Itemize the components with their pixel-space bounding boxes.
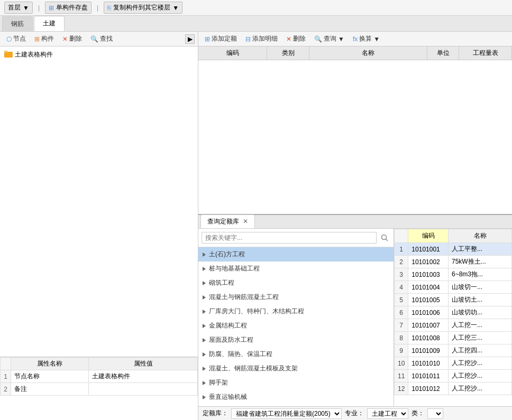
result-row-num: 8 <box>395 332 408 344</box>
category-label: 混凝土、钢筋混凝土模板及支架 <box>209 364 298 373</box>
add-quota-btn[interactable]: ⊞ 添加定额 <box>202 34 240 44</box>
col-name-header: 名称 <box>309 46 427 60</box>
component-btn[interactable]: ⊞ 构件 <box>31 34 57 44</box>
right-delete-icon: ✕ <box>286 35 291 43</box>
component-store-label: 单构件存盘 <box>56 3 88 12</box>
result-row[interactable]: 11 10101011 人工挖沙... <box>395 370 512 382</box>
copy-icon: ⎘ <box>107 4 111 12</box>
category-item[interactable]: 桩与地基基础工程 <box>198 262 394 276</box>
result-row-name: 人工挖沙... <box>449 370 512 382</box>
result-row-num: 5 <box>395 294 408 306</box>
query-tab[interactable]: 查询定额库 ✕ <box>200 214 255 228</box>
expand-icon <box>203 267 206 271</box>
specialty-select[interactable]: 土建工程 <box>367 408 408 419</box>
category-item[interactable]: 屋面及防水工程 <box>198 333 394 347</box>
quota-lib-label: 定额库： <box>203 409 228 418</box>
copy-label: 复制构件到其它楼层 <box>113 3 170 12</box>
category-label: 防腐、隔热、保温工程 <box>209 350 272 359</box>
right-delete-btn[interactable]: ✕ 删除 <box>283 34 309 44</box>
result-row-num: 6 <box>395 306 408 319</box>
copy-component-btn[interactable]: ⎘ 复制构件到其它楼层 ▼ <box>104 2 182 14</box>
main-layout: ⬡ 节点 ⊞ 构件 ✕ 删除 🔍 查找 ▶ <box>0 32 512 420</box>
props-row-name: 节点名称 <box>11 370 89 383</box>
more-tools-btn[interactable]: ▶ <box>185 34 195 44</box>
tab-bar: 钢筋 土建 <box>0 16 512 32</box>
result-row-code: 10101011 <box>408 370 449 382</box>
category-item[interactable]: 防腐、隔热、保温工程 <box>198 347 394 361</box>
result-row[interactable]: 9 10101009 人工挖四... <box>395 344 512 357</box>
category-item[interactable]: 垂直运输机械 <box>198 390 394 404</box>
delete-btn[interactable]: ✕ 删除 <box>59 34 85 44</box>
category-item[interactable]: 脚手架 <box>198 376 394 390</box>
result-col-num-header <box>395 229 408 243</box>
result-row-num: 11 <box>395 370 408 382</box>
props-col-value-header: 属性值 <box>89 358 198 370</box>
result-row[interactable]: 1 10101001 人工平整... <box>395 243 512 256</box>
query-body: 土(石)方工程桩与地基基础工程砌筑工程混凝土与钢筋混凝土工程厂库房大门、特种门、… <box>198 229 512 406</box>
result-col-code-header: 编码 <box>408 229 449 243</box>
result-row-code: 10101004 <box>408 281 449 294</box>
add-detail-btn[interactable]: ⊟ 添加明细 <box>242 34 281 44</box>
search-input[interactable] <box>202 232 377 244</box>
tab-rebar[interactable]: 钢筋 <box>2 16 33 31</box>
calc-icon: fx <box>353 35 358 43</box>
top-toolbar: 首层 ▼ | ⊞ 单构件存盘 | ⎘ 复制构件到其它楼层 ▼ <box>0 0 512 16</box>
tab-civil[interactable]: 土建 <box>34 16 65 31</box>
tree-area[interactable]: 土建表格构件 <box>0 46 198 357</box>
result-row[interactable]: 7 10101007 人工挖一... <box>395 319 512 332</box>
query-tab-close[interactable]: ✕ <box>243 218 248 225</box>
category-item[interactable]: 混凝土与钢筋混凝土工程 <box>198 290 394 304</box>
result-row[interactable]: 10 10101010 人工挖沙... <box>395 357 512 370</box>
category-item[interactable]: 金属结构工程 <box>198 319 394 333</box>
props-table: 属性名称 属性值 1 节点名称 土建表格构件 2 备注 <box>0 357 198 396</box>
col-category-header: 类别 <box>267 46 309 60</box>
result-row-name: 75kW推土... <box>449 256 512 268</box>
result-row[interactable]: 5 10101005 山坡切土... <box>395 294 512 306</box>
category-item[interactable]: 砌筑工程 <box>198 276 394 290</box>
query-panel: 查询定额库 ✕ <box>198 214 512 420</box>
props-col-num <box>1 358 11 370</box>
query-btn[interactable]: 🔍 查询 ▼ <box>311 34 348 44</box>
layer-selector[interactable]: 首层 ▼ <box>4 2 33 14</box>
props-row-value[interactable]: 土建表格构件 <box>89 370 198 383</box>
category-label: 脚手架 <box>209 378 228 387</box>
category-item[interactable]: 混凝土、钢筋混凝土模板及支架 <box>198 361 394 376</box>
result-row-code: 10101003 <box>408 268 449 281</box>
props-row: 2 备注 <box>1 383 198 396</box>
left-panel: ⬡ 节点 ⊞ 构件 ✕ 删除 🔍 查找 ▶ <box>0 32 198 420</box>
result-row-num: 2 <box>395 256 408 268</box>
search-submit-btn[interactable] <box>379 232 390 244</box>
result-table: 编码 名称 1 10101001 人工平整... 2 10101002 75kW… <box>394 229 512 395</box>
result-row-num: 10 <box>395 357 408 370</box>
category-label: 桩与地基基础工程 <box>209 264 260 273</box>
props-row: 1 节点名称 土建表格构件 <box>1 370 198 383</box>
find-btn[interactable]: 🔍 查找 <box>87 34 116 44</box>
expand-icon <box>203 381 206 385</box>
calc-btn[interactable]: fx 换算 ▼ <box>350 34 383 44</box>
props-col-name-header: 属性名称 <box>11 358 89 370</box>
props-row-value[interactable] <box>89 383 198 396</box>
delete-icon: ✕ <box>62 35 68 43</box>
result-row[interactable]: 6 10101006 山坡切叻... <box>395 306 512 319</box>
result-row[interactable]: 4 10101004 山坡切一... <box>395 281 512 294</box>
col-unit-header: 单位 <box>427 46 459 60</box>
expand-icon <box>203 324 206 328</box>
folder-icon <box>4 50 13 59</box>
result-row[interactable]: 8 10101008 人工挖三... <box>395 332 512 344</box>
props-row-num: 2 <box>1 383 11 396</box>
result-row-num: 9 <box>395 344 408 357</box>
right-grid-header: 编码 类别 名称 单位 工程量表 <box>198 46 512 60</box>
tree-root-item[interactable]: 土建表格构件 <box>2 49 196 61</box>
result-scroll[interactable]: 编码 名称 1 10101001 人工平整... 2 10101002 75kW… <box>394 229 512 406</box>
result-row[interactable]: 12 10101012 人工挖沙... <box>395 382 512 395</box>
component-store-btn[interactable]: ⊞ 单构件存盘 <box>45 2 92 14</box>
node-btn[interactable]: ⬡ 节点 <box>3 34 29 44</box>
result-row-name: 6~8m3拖... <box>449 268 512 281</box>
result-row[interactable]: 3 10101003 6~8m3拖... <box>395 268 512 281</box>
expand-icon <box>203 295 206 300</box>
quota-lib-select[interactable]: 福建省建筑工程消耗量定额(2005) <box>231 408 342 419</box>
category-item[interactable]: 土(石)方工程 <box>198 247 394 262</box>
category-select[interactable] <box>427 408 443 419</box>
result-row[interactable]: 2 10101002 75kW推土... <box>395 256 512 268</box>
category-item[interactable]: 厂库房大门、特种门、木结构工程 <box>198 304 394 319</box>
